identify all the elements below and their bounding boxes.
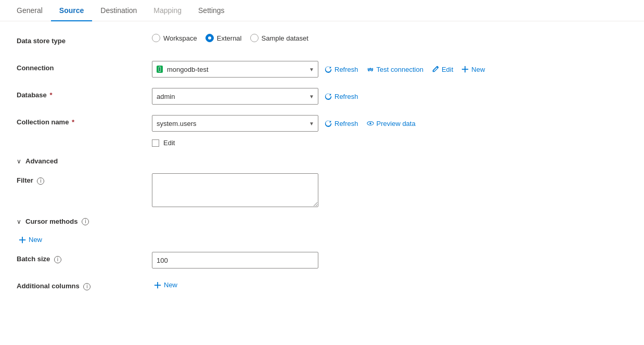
collection-refresh-icon [325, 120, 332, 127]
database-select[interactable]: admin [152, 88, 318, 105]
collection-name-controls: system.users ▼ Refresh Preview data Edit [152, 115, 627, 147]
cursor-methods-info-icon[interactable]: i [82, 218, 89, 225]
connection-select-wrapper: mongodb-test ▼ [152, 61, 318, 78]
collection-name-select-wrapper: system.users ▼ [152, 115, 318, 132]
radio-external[interactable]: External [205, 34, 242, 42]
database-required: * [48, 91, 53, 99]
radio-external-circle [205, 34, 214, 42]
filter-label: Filter i [17, 173, 152, 185]
preview-data-button[interactable]: Preview data [365, 118, 418, 130]
batch-size-label: Batch size i [17, 252, 152, 263]
batch-size-row: Batch size i [17, 252, 627, 269]
tab-mapping: Mapping [145, 0, 190, 21]
tab-source[interactable]: Source [51, 0, 92, 21]
test-connection-icon [367, 66, 374, 73]
database-refresh-label: Refresh [334, 93, 358, 100]
advanced-chevron-icon: ∨ [17, 158, 21, 165]
database-refresh-icon [325, 93, 332, 100]
collection-name-select[interactable]: system.users [152, 115, 318, 132]
data-store-type-radio-group: Workspace External Sample dataset [152, 34, 308, 42]
tab-bar: General Source Destination Mapping Setti… [0, 0, 644, 21]
cursor-methods-title: Cursor methods [25, 218, 78, 225]
radio-sample-label: Sample dataset [262, 34, 308, 42]
connection-refresh-label: Refresh [334, 66, 358, 73]
connection-select[interactable]: mongodb-test [152, 61, 318, 78]
cursor-methods-new-button[interactable]: New [17, 234, 44, 246]
cursor-methods-new-icon [19, 236, 26, 244]
connection-refresh-button[interactable]: Refresh [323, 63, 360, 75]
advanced-section-header[interactable]: ∨ Advanced [17, 157, 627, 165]
edit-checkbox-label: Edit [163, 139, 175, 147]
connection-new-button[interactable]: New [459, 63, 487, 75]
radio-workspace-label: Workspace [163, 34, 197, 42]
collection-name-label: Collection name * [17, 115, 152, 126]
test-connection-button[interactable]: Test connection [365, 63, 426, 75]
advanced-section-title: Advanced [25, 157, 58, 165]
filter-row: Filter i [17, 173, 627, 207]
database-refresh-button[interactable]: Refresh [323, 91, 360, 103]
database-controls: admin ▼ Refresh [152, 88, 627, 105]
edit-checkbox[interactable] [152, 139, 159, 147]
additional-columns-new-label: New [164, 281, 177, 289]
connection-label: Connection [17, 61, 152, 72]
additional-columns-row: Additional columns i New [17, 279, 627, 296]
collection-name-refresh-button[interactable]: Refresh [323, 118, 360, 130]
collection-name-required: * [70, 118, 74, 126]
batch-size-controls [152, 252, 627, 269]
database-select-wrapper: admin ▼ [152, 88, 318, 105]
edit-checkbox-row: Edit [152, 136, 175, 147]
cursor-methods-header[interactable]: ∨ Cursor methods i [17, 218, 627, 225]
additional-columns-label: Additional columns i [17, 279, 152, 290]
database-row: Database * admin ▼ Refresh [17, 88, 627, 105]
collection-name-row: Collection name * system.users ▼ Refresh… [17, 115, 627, 147]
connection-controls: mongodb-test ▼ Refresh Test connection E… [152, 61, 627, 78]
additional-columns-new-icon [154, 282, 161, 289]
radio-external-label: External [217, 34, 242, 42]
additional-columns-new-button[interactable]: New [152, 279, 179, 291]
radio-workspace[interactable]: Workspace [152, 34, 197, 42]
filter-textarea[interactable] [152, 173, 318, 207]
additional-columns-controls: New [152, 279, 627, 291]
tab-settings[interactable]: Settings [190, 0, 233, 21]
database-label: Database * [17, 88, 152, 99]
data-store-type-label: Data store type [17, 34, 152, 45]
collection-name-top: system.users ▼ Refresh Preview data [152, 115, 418, 132]
svg-point-4 [369, 122, 371, 124]
preview-data-icon [367, 120, 374, 127]
data-store-type-row: Data store type Workspace External Sampl… [17, 34, 627, 50]
preview-data-label: Preview data [377, 120, 416, 127]
connection-new-label: New [471, 66, 485, 73]
cursor-methods-new-label: New [29, 236, 42, 244]
edit-icon [432, 66, 439, 73]
refresh-icon [325, 66, 332, 73]
new-icon [461, 66, 469, 73]
main-content: Data store type Workspace External Sampl… [0, 21, 644, 318]
radio-sample-circle [250, 34, 259, 42]
tab-general[interactable]: General [8, 0, 51, 21]
filter-controls [152, 173, 627, 207]
batch-size-input[interactable] [152, 252, 318, 269]
connection-row: Connection mongodb-test ▼ Refresh Test [17, 61, 627, 78]
batch-size-info-icon[interactable]: i [54, 256, 61, 263]
tab-destination[interactable]: Destination [92, 0, 145, 21]
radio-sample[interactable]: Sample dataset [250, 34, 308, 42]
test-connection-label: Test connection [377, 66, 423, 73]
cursor-methods-new-row: New [17, 234, 627, 246]
additional-columns-info-icon[interactable]: i [83, 283, 91, 290]
radio-workspace-circle [152, 34, 160, 42]
filter-info-icon[interactable]: i [37, 177, 44, 185]
data-store-type-controls: Workspace External Sample dataset [152, 34, 627, 42]
cursor-methods-section: ∨ Cursor methods i New [17, 218, 627, 246]
collection-refresh-label: Refresh [334, 120, 358, 127]
connection-edit-button[interactable]: Edit [430, 63, 455, 75]
connection-edit-label: Edit [442, 66, 453, 73]
cursor-methods-chevron-icon: ∨ [17, 218, 21, 225]
